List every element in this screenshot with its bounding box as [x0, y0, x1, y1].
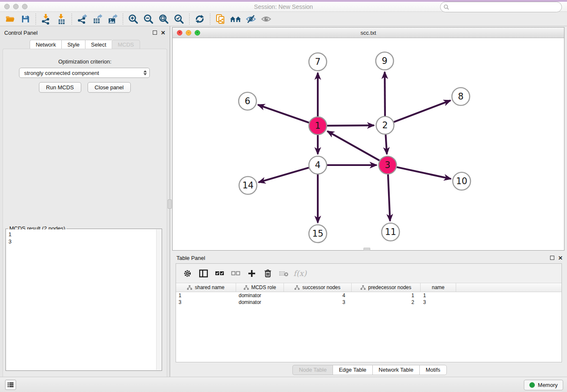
column-header-mcds-role[interactable]: MCDS role [236, 283, 284, 292]
graph-node-label: 1 [315, 121, 320, 131]
table-row[interactable]: 3 dominator 3 2 3 [176, 299, 561, 306]
select-stepper-icon [143, 70, 147, 75]
task-history-button[interactable] [5, 380, 16, 390]
table-settings-gear-icon[interactable] [180, 266, 195, 281]
status-bar: Memory [0, 377, 567, 392]
tree-icon [361, 285, 366, 290]
search-input[interactable] [451, 4, 561, 10]
select-all-columns-icon[interactable] [212, 266, 227, 281]
search-icon [443, 4, 449, 10]
result-line: 3 [8, 238, 154, 245]
toolbar-search[interactable] [440, 2, 562, 12]
export-image-icon[interactable] [105, 13, 120, 25]
export-network-icon[interactable] [74, 13, 90, 25]
optimization-criterion-label: Optimization criterion: [3, 58, 167, 65]
node-table: f(x) shared name MCDS role successor nod… [176, 263, 562, 362]
graph-node-label: 10 [456, 176, 468, 186]
graph-edge[interactable] [385, 72, 385, 116]
graph-edge[interactable] [258, 105, 309, 123]
table-row[interactable]: 1 dominator 4 1 1 [176, 292, 561, 299]
mcds-result-text[interactable]: 1 3 [6, 229, 156, 370]
tab-network-table[interactable]: Network Table [372, 365, 419, 375]
toolbar-separator [36, 14, 36, 25]
tree-icon [187, 285, 192, 290]
graph-node-label: 8 [458, 91, 463, 102]
graph-node-label: 2 [382, 120, 388, 130]
refresh-icon[interactable] [192, 13, 207, 25]
graph-node-label: 9 [382, 56, 387, 66]
tree-icon [244, 285, 249, 290]
table-toolbar: f(x) [176, 264, 561, 283]
toolbar-separator [123, 14, 123, 25]
table-panel: Table Panel ✕ [172, 251, 567, 377]
function-builder-icon: f(x) [293, 266, 307, 281]
network-window: ✕ – + scc.txt 7968124314101511 [172, 27, 564, 251]
close-table-panel-icon[interactable]: ✕ [558, 255, 563, 261]
graph-node-label: 4 [315, 160, 320, 170]
graph-edge[interactable] [327, 125, 374, 126]
memory-label: Memory [538, 382, 558, 388]
network-window-titlebar[interactable]: ✕ – + scc.txt [173, 28, 564, 38]
tab-edge-table[interactable]: Edge Table [333, 365, 372, 375]
close-panel-button[interactable]: Close panel [88, 82, 131, 93]
float-panel-icon[interactable] [153, 30, 157, 35]
deselect-all-columns-icon[interactable] [228, 266, 243, 281]
tab-node-table[interactable]: Node Table [292, 365, 333, 375]
houses-icon[interactable] [228, 13, 243, 25]
float-table-panel-icon[interactable] [550, 256, 554, 260]
zoom-out-icon[interactable] [141, 13, 156, 25]
show-column-panel-icon[interactable] [196, 266, 211, 281]
network-canvas[interactable]: 7968124314101511 [173, 38, 564, 250]
column-header-name[interactable]: name [421, 283, 456, 292]
hide-eye-slash-icon[interactable] [243, 13, 259, 25]
graph-node-label: 15 [312, 229, 324, 239]
control-panel-title: Control Panel [4, 30, 153, 36]
show-eye-icon[interactable] [259, 13, 274, 25]
tab-motifs[interactable]: Motifs [419, 365, 447, 375]
graph-edge[interactable] [394, 100, 451, 122]
close-panel-icon[interactable]: ✕ [161, 30, 165, 36]
toolbar-separator [189, 14, 190, 25]
control-panel: Control Panel ✕ Network Style Select MCD… [0, 26, 170, 377]
optimization-criterion-select[interactable]: strongly connected component [19, 68, 150, 78]
network-graph-svg: 7968124314101511 [173, 38, 564, 250]
graph-edge[interactable] [259, 168, 309, 182]
result-scrollbar[interactable] [156, 229, 161, 370]
zoom-fit-icon[interactable] [156, 13, 171, 25]
graph-node-label: 11 [385, 227, 396, 237]
panel-splitter-grip[interactable] [168, 199, 172, 209]
graph-node-label: 6 [245, 96, 250, 106]
run-mcds-button[interactable]: Run MCDS [39, 82, 81, 93]
import-table-icon[interactable] [54, 13, 69, 25]
save-session-icon[interactable] [18, 13, 33, 25]
table-header-row: shared name MCDS role successor nodes pr… [176, 283, 561, 292]
column-header-shared-name[interactable]: shared name [176, 283, 236, 292]
column-header-predecessor-nodes[interactable]: predecessor nodes [352, 283, 421, 292]
network-title: scc.txt [173, 30, 564, 36]
delete-table-icon [277, 266, 291, 281]
new-network-from-selection-icon[interactable] [213, 13, 228, 25]
graph-node-label: 14 [242, 180, 254, 190]
import-network-icon[interactable] [39, 13, 54, 25]
memory-status-icon [529, 382, 535, 388]
graph-edge[interactable] [397, 167, 451, 179]
delete-column-trash-icon[interactable] [261, 266, 275, 281]
open-session-icon[interactable] [3, 13, 18, 25]
column-header-successor-nodes[interactable]: successor nodes [284, 283, 352, 292]
mcds-result-group: MCDS result (2 nodes) 1 3 [6, 229, 162, 371]
graph-edge[interactable] [328, 131, 380, 160]
create-column-plus-icon[interactable] [245, 266, 259, 281]
export-table-icon[interactable] [90, 13, 105, 25]
network-splitter-grip[interactable] [363, 248, 370, 251]
column-header-filler [456, 283, 561, 292]
zoom-selected-icon[interactable] [171, 13, 187, 25]
graph-edge[interactable] [388, 174, 390, 221]
zoom-in-icon[interactable] [126, 13, 141, 25]
memory-button[interactable]: Memory [524, 380, 563, 390]
table-panel-tabs: Node Table Edge Table Network Table Moti… [172, 365, 567, 375]
list-icon [7, 382, 14, 388]
graph-node-label: 3 [385, 160, 390, 170]
graph-edge[interactable] [385, 135, 387, 154]
toolbar-separator [72, 14, 72, 25]
tree-icon [295, 285, 300, 290]
